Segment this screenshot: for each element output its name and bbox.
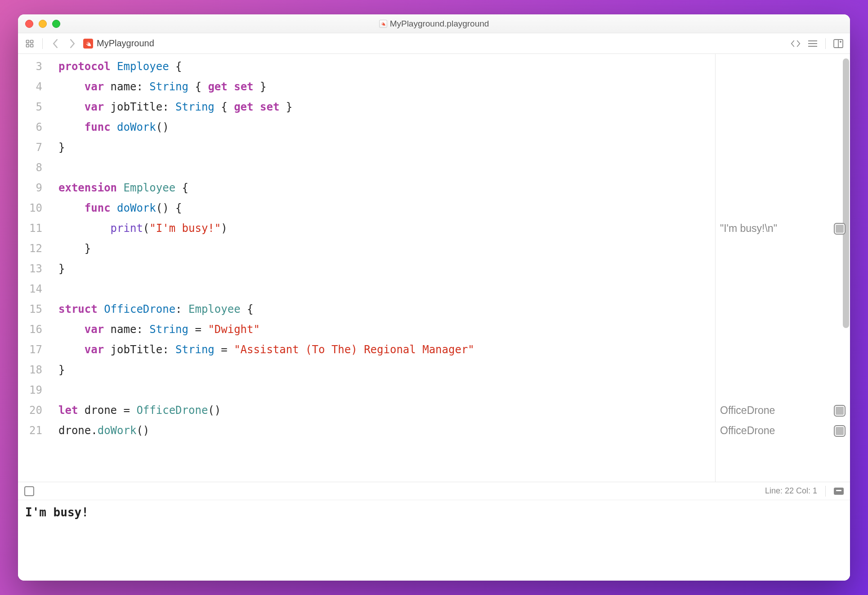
quicklook-icon[interactable] — [834, 425, 846, 437]
code-line[interactable]: } — [58, 360, 715, 380]
code-line[interactable]: extension Employee { — [58, 178, 715, 198]
code-line[interactable]: func doWork() — [58, 117, 715, 138]
result-row[interactable]: OfficeDrone — [720, 400, 846, 421]
result-row[interactable]: "I'm busy!\n" — [720, 218, 846, 239]
line-number: 4 — [18, 77, 50, 97]
result-row[interactable]: OfficeDrone — [720, 421, 846, 441]
toggle-debug-area-icon[interactable] — [834, 488, 844, 495]
forward-button[interactable] — [66, 37, 79, 50]
tabbar: MyPlayground — [18, 33, 850, 54]
swift-file-icon — [379, 20, 387, 28]
related-items-icon[interactable] — [23, 37, 36, 50]
line-number: 16 — [18, 320, 50, 340]
line-number: 19 — [18, 380, 50, 400]
code-line[interactable]: drone.doWork() — [58, 421, 715, 441]
divider — [825, 38, 826, 49]
code-line[interactable]: } — [58, 138, 715, 158]
console-output: I'm busy! — [25, 506, 89, 519]
code-line[interactable]: var name: String { get set } — [58, 77, 715, 97]
line-number: 14 — [18, 279, 50, 299]
code-line[interactable] — [58, 380, 715, 400]
line-number: 15 — [18, 299, 50, 320]
quicklook-icon[interactable] — [834, 405, 846, 417]
code-line[interactable] — [58, 158, 715, 178]
statusbar: Line: 22 Col: 1 — [18, 482, 850, 500]
line-number: 21 — [18, 421, 50, 441]
result-text: OfficeDrone — [720, 404, 775, 417]
file-tab-label: MyPlayground — [97, 38, 154, 49]
line-number: 3 — [18, 57, 50, 77]
code-line[interactable]: var jobTitle: String { get set } — [58, 97, 715, 117]
line-number: 7 — [18, 138, 50, 158]
cursor-position: Line: 22 Col: 1 — [765, 486, 817, 496]
line-number: 12 — [18, 239, 50, 259]
code-line[interactable]: func doWork() { — [58, 198, 715, 218]
code-line[interactable]: struct OfficeDrone: Employee { — [58, 299, 715, 320]
result-text: "I'm busy!\n" — [720, 222, 777, 235]
divider — [42, 38, 43, 49]
line-number: 17 — [18, 340, 50, 360]
line-gutter: 3456789101112131415161718192021 — [18, 54, 50, 482]
adjust-editor-icon[interactable] — [806, 37, 819, 50]
line-number: 5 — [18, 97, 50, 117]
line-number: 13 — [18, 259, 50, 279]
code-line[interactable]: let drone = OfficeDrone() — [58, 400, 715, 421]
line-number: 10 — [18, 198, 50, 218]
svg-rect-3 — [31, 44, 33, 47]
line-number: 11 — [18, 218, 50, 239]
code-line[interactable]: print("I'm busy!") — [58, 218, 715, 239]
code-line[interactable]: var jobTitle: String = "Assistant (To Th… — [58, 340, 715, 360]
line-number: 6 — [18, 117, 50, 138]
line-number: 20 — [18, 400, 50, 421]
code-editor[interactable]: protocol Employee { var name: String { g… — [50, 54, 715, 482]
swift-icon — [83, 39, 93, 49]
divider — [825, 486, 826, 497]
quicklook-icon[interactable] — [834, 223, 846, 235]
results-sidebar: "I'm busy!\n"OfficeDroneOfficeDrone — [715, 54, 850, 482]
code-line[interactable]: } — [58, 239, 715, 259]
window-title-text: MyPlayground.playground — [390, 19, 489, 29]
scrollbar[interactable] — [843, 58, 849, 328]
code-line[interactable]: protocol Employee { — [58, 57, 715, 77]
file-tab[interactable]: MyPlayground — [83, 38, 154, 49]
xcode-window: MyPlayground.playground MyPlayground — [18, 14, 850, 581]
line-number: 8 — [18, 158, 50, 178]
window-title: MyPlayground.playground — [18, 19, 850, 29]
add-editor-icon[interactable] — [832, 37, 845, 50]
svg-rect-1 — [31, 40, 33, 43]
editor-area: 3456789101112131415161718192021 protocol… — [18, 54, 850, 482]
result-text: OfficeDrone — [720, 425, 775, 437]
code-line[interactable] — [58, 279, 715, 299]
titlebar: MyPlayground.playground — [18, 14, 850, 33]
back-button[interactable] — [49, 37, 62, 50]
svg-rect-0 — [27, 40, 29, 43]
line-number: 18 — [18, 360, 50, 380]
code-line[interactable]: var name: String = "Dwight" — [58, 320, 715, 340]
line-number: 9 — [18, 178, 50, 198]
code-line[interactable]: } — [58, 259, 715, 279]
console[interactable]: I'm busy! — [18, 500, 850, 581]
svg-rect-2 — [27, 44, 29, 47]
execute-playground-icon[interactable] — [24, 486, 34, 496]
code-review-icon[interactable] — [789, 37, 802, 50]
